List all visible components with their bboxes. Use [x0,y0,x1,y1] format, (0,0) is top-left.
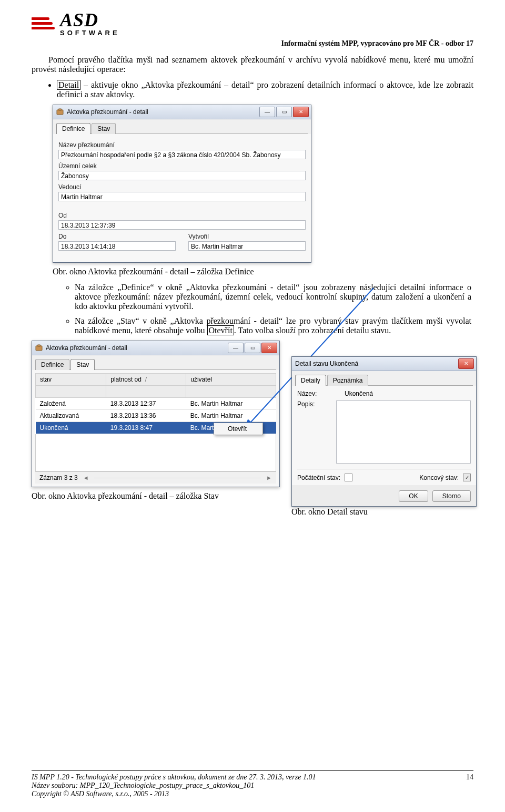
checkbox-koncovy-stav: ✓ [463,474,471,481]
app-icon [35,344,43,352]
tab-definice[interactable]: Definice [56,123,90,134]
table-row[interactable]: Aktualizovaná 18.3.2013 13:36 Bc. Martin… [36,410,276,422]
operation-item-detail: Detail – aktivuje okno „Aktovka přezkoum… [57,80,473,99]
label-nazev-prezkoumani: Název přezkoumání [58,141,306,149]
screenshot-row-stav: Aktovka přezkoumání - detail — ▭ ✕ Defin… [32,341,473,487]
window-title-bar[interactable]: Detail stavu Ukončená ✕ [292,357,476,371]
ok-button[interactable]: OK [399,490,428,502]
close-button[interactable]: ✕ [261,343,277,353]
sub-bullet-definice: Na záložce „Definice“ v okně „Aktovka př… [75,283,473,311]
label-koncovy-stav: Koncový stav: [419,474,459,481]
popis-textarea[interactable] [336,400,471,464]
value-nazev: Ukončená [345,390,373,397]
table-row[interactable]: Založená 18.3.2013 12:37 Bc. Martin Halt… [36,398,276,410]
intro-paragraph: Pomocí pravého tlačítka myši nad sezname… [32,55,473,74]
tab-definice[interactable]: Definice [35,359,69,370]
footer-line-1: IS MPP 1.20 - Technologické postupy prác… [32,773,316,781]
window-detail-stavu: Detail stavu Ukončená ✕ Detaily Poznámka… [291,356,477,507]
storno-button[interactable]: Storno [432,490,471,502]
window-title-text: Aktovka přezkoumání - detail [67,108,148,116]
field-vedouci[interactable]: Martin Haltmar [58,192,306,201]
window-title-bar[interactable]: Aktovka přezkoumání - detail — ▭ ✕ [32,341,279,355]
label-nazev: Název: [297,390,334,397]
nav-prev-icon[interactable]: ◄ [83,475,89,481]
col-stav[interactable]: stav [36,374,106,386]
context-menu[interactable]: Otevřít [214,423,263,435]
checkbox-pocatecni-stav[interactable] [345,474,352,481]
app-icon [56,108,64,116]
close-button[interactable]: ✕ [458,358,474,369]
tab-stav[interactable]: Stav [92,123,116,134]
page-number: 14 [466,773,473,782]
footer-line-2: Název souboru: MPP_120_Technologicke_pos… [32,782,254,789]
label-do: Do [58,233,176,240]
field-vytvoril[interactable]: Bc. Martin Haltmar [188,241,306,251]
caption-win1: Obr. okno Aktovka přezkoumání - detail –… [53,267,473,276]
svg-rect-1 [58,109,62,110]
label-uzemni-celek: Územní celek [58,162,306,170]
footer-line-3: Copyright © ASD Software, s.r.o., 2005 -… [32,790,169,798]
maximize-button[interactable]: ▭ [245,343,260,353]
col-uzivatel[interactable]: uživatel [186,374,276,386]
brand-logo: ASD SOFTWARE [32,11,473,36]
logo-mark-icon [32,15,55,33]
window-aktovka-detail-stav: Aktovka přezkoumání - detail — ▭ ✕ Defin… [32,341,280,487]
window-aktovka-detail-definice: Aktovka přezkoumání - detail — ▭ ✕ Defin… [53,105,311,263]
maximize-button[interactable]: ▭ [276,107,292,117]
field-nazev-prezkoumani[interactable]: Přezkoumání hospodaření podle §2 a §3 zá… [58,150,306,159]
window-title-text: Detail stavu Ukončená [295,360,358,367]
field-do[interactable]: 18.3.2013 14:14:18 [58,241,176,251]
field-od[interactable]: 18.3.2013 12:37:39 [58,220,306,230]
logo-text-main: ASD [60,11,120,29]
svg-rect-4 [37,345,41,346]
sub-bullet-stav: Na záložce „Stav“ v okně „Aktovka přezko… [75,316,473,335]
label-vedouci: Vedoucí [58,183,306,191]
tab-detaily[interactable]: Detaily [295,375,326,386]
caption-win3: Obr. okno Detail stavu [291,507,473,517]
header-right-text: Informační systém MPP, vypracováno pro M… [32,39,473,48]
minimize-button[interactable]: — [259,107,275,117]
window-title-bar[interactable]: Aktovka přezkoumání - detail — ▭ ✕ [53,105,311,119]
field-uzemni-celek[interactable]: Žabonosy [58,171,306,180]
record-counter: Záznam 3 z 3 [39,474,78,481]
boxed-otevrit: Otevřít [207,325,234,335]
label-vytvoril: Vytvořil [188,233,306,240]
tab-poznamka[interactable]: Poznámka [327,375,369,386]
window-title-text: Aktovka přezkoumání - detail [46,344,127,352]
operation-list: Detail – aktivuje okno „Aktovka přezkoum… [57,80,473,99]
logo-text-sub: SOFTWARE [60,29,120,36]
close-button[interactable]: ✕ [293,107,309,117]
document-page: ASD SOFTWARE Informační systém MPP, vypr… [0,0,505,812]
label-pocatecni-stav: Počáteční stav: [297,474,340,481]
nav-next-icon[interactable]: ► [266,475,272,481]
col-platnost-od[interactable]: platnost od / [106,374,186,386]
label-od: Od [58,212,306,219]
context-menu-item-otevrit[interactable]: Otevřít [214,423,262,435]
tab-stav[interactable]: Stav [70,359,95,370]
boxed-detail: Detail [57,80,80,90]
label-popis: Popis: [297,400,326,464]
minimize-button[interactable]: — [228,343,244,353]
